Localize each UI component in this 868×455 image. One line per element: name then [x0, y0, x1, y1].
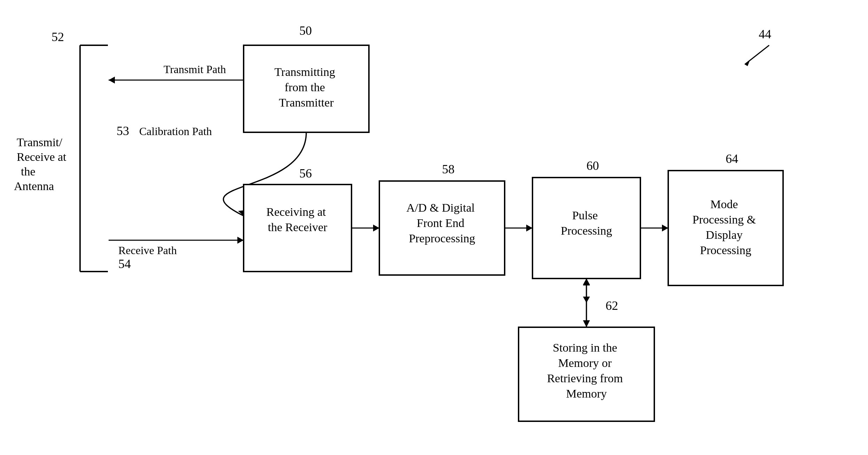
ref-50: 50: [299, 24, 312, 38]
ref-60: 60: [586, 159, 599, 173]
ref-52: 52: [52, 30, 64, 44]
antenna-label3: the: [21, 165, 35, 178]
svg-marker-7: [109, 77, 115, 84]
diagram-container: 44 52 Transmit/ Receive at the Antenna 5…: [0, 0, 868, 455]
svg-marker-10: [237, 237, 244, 244]
svg-marker-22: [583, 279, 590, 285]
ref-64: 64: [726, 152, 738, 166]
antenna-label: Transmit/: [17, 136, 63, 149]
ref-62: 62: [606, 299, 618, 313]
mode-processing-block: [668, 171, 783, 285]
calibration-path-label: Calibration Path: [139, 125, 212, 138]
antenna-label2: Receive at: [17, 150, 66, 163]
svg-marker-14: [526, 225, 532, 232]
ref-53: 53: [117, 124, 129, 138]
svg-marker-23: [583, 320, 590, 327]
svg-marker-16: [662, 225, 668, 232]
transmit-path-label: Transmit Path: [164, 63, 226, 76]
ad-label: A/D & Digital Front End Preprocessing: [407, 201, 478, 245]
ref-58: 58: [442, 162, 455, 176]
ref-44-label: 44: [759, 27, 771, 41]
ref-54: 54: [118, 257, 131, 271]
receive-path-label: Receive Path: [118, 244, 177, 257]
antenna-label4: Antenna: [14, 180, 54, 193]
svg-marker-12: [373, 225, 379, 232]
svg-marker-1: [745, 60, 750, 66]
ref-56: 56: [299, 166, 312, 180]
